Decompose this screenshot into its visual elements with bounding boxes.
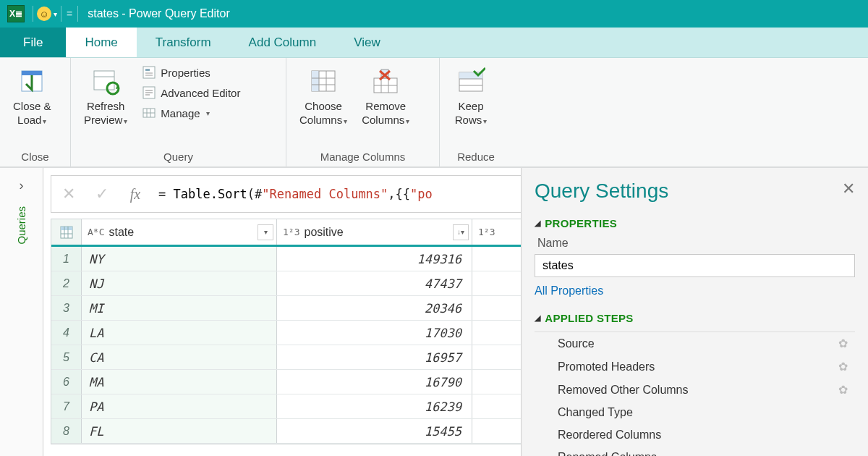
remove-columns-button[interactable]: Remove Columns▾ — [354, 62, 417, 130]
cell-state[interactable]: PA — [82, 394, 277, 418]
query-name-input[interactable] — [535, 254, 855, 277]
column-header-state[interactable]: AᴮC state ▾ — [82, 219, 277, 245]
tab-home[interactable]: Home — [66, 28, 136, 57]
collapse-icon: ◢ — [535, 219, 540, 228]
keep-rows-label: Keep Rows▾ — [455, 100, 488, 127]
tab-view[interactable]: View — [335, 28, 399, 57]
cancel-formula-icon[interactable]: ✕ — [59, 185, 79, 203]
group-close-label: Close — [0, 149, 70, 166]
column-filter-state-icon[interactable]: ▾ — [258, 224, 273, 240]
close-panel-icon[interactable]: ✕ — [842, 180, 855, 198]
svg-rect-6 — [145, 69, 150, 71]
step-label: Renamed Columns — [558, 451, 657, 456]
group-reduce-rows-label: Reduce — [440, 149, 512, 166]
cell-positive[interactable]: 149316 — [277, 247, 472, 271]
applied-step[interactable]: Source✿ — [535, 332, 855, 355]
refresh-label: Refresh Preview▾ — [84, 100, 127, 127]
applied-step[interactable]: Renamed Columns — [535, 447, 855, 456]
applied-steps-list: Source✿Promoted Headers✿Removed Other Co… — [535, 332, 855, 456]
name-label: Name — [537, 237, 855, 250]
properties-button[interactable]: Properties — [139, 64, 243, 81]
cell-positive[interactable]: 17030 — [277, 321, 472, 345]
properties-section-header[interactable]: ◢PROPERTIES — [535, 217, 855, 229]
queries-label[interactable]: Queries — [15, 206, 27, 245]
tab-add-column[interactable]: Add Column — [230, 28, 336, 57]
number-type-icon: 1²3 — [283, 227, 299, 237]
group-manage-columns-label: Manage Columns — [286, 149, 439, 166]
menu-tabs: File Home Transform Add Column View — [0, 28, 868, 58]
close-load-label: Close & Load▾ — [13, 100, 51, 127]
cell-positive[interactable]: 15455 — [277, 419, 472, 443]
manage-button[interactable]: Manage▾ — [139, 104, 243, 122]
qat-dropdown-icon[interactable]: ▾ — [54, 10, 57, 18]
ribbon: Close & Load▾ Close Refresh Preview▾ Pro… — [0, 58, 868, 168]
cell-positive[interactable]: 47437 — [277, 271, 472, 295]
separator — [33, 6, 33, 22]
column-sort-positive-icon[interactable]: ↓▾ — [453, 224, 469, 240]
excel-icon: X≣ — [7, 5, 25, 22]
cell-state[interactable]: CA — [82, 345, 277, 369]
separator — [77, 6, 78, 22]
refresh-icon — [90, 65, 122, 97]
choose-columns-icon — [307, 65, 339, 97]
remove-columns-icon — [370, 65, 401, 97]
cell-positive[interactable]: 16790 — [277, 370, 472, 394]
step-label: Reordered Columns — [558, 428, 661, 442]
tab-transform[interactable]: Transform — [137, 28, 230, 57]
tab-file[interactable]: File — [0, 28, 66, 57]
applied-step[interactable]: Changed Type — [535, 402, 855, 424]
equals-glyph: = — [67, 8, 72, 20]
svg-rect-33 — [61, 227, 72, 230]
row-number: 7 — [51, 394, 82, 418]
manage-label: Manage — [161, 107, 200, 119]
keep-rows-icon — [455, 65, 487, 97]
applied-step[interactable]: Promoted Headers✿ — [535, 355, 855, 379]
row-number: 8 — [51, 419, 82, 443]
keep-rows-button[interactable]: Keep Rows▾ — [446, 62, 496, 130]
gear-icon[interactable]: ✿ — [838, 360, 848, 373]
group-query-label: Query — [71, 149, 286, 166]
accept-formula-icon[interactable]: ✓ — [92, 185, 112, 203]
properties-label: Properties — [161, 67, 210, 79]
cell-state[interactable]: MI — [82, 296, 277, 320]
remove-columns-label: Remove Columns▾ — [362, 100, 409, 127]
row-number: 4 — [51, 321, 82, 345]
row-number: 1 — [51, 247, 82, 271]
close-load-button[interactable]: Close & Load▾ — [6, 62, 59, 130]
advanced-editor-button[interactable]: Advanced Editor — [139, 84, 243, 101]
cell-positive[interactable]: 20346 — [277, 296, 472, 320]
cell-state[interactable]: NY — [82, 247, 277, 271]
query-settings-title: Query Settings — [535, 180, 855, 203]
applied-step[interactable]: Removed Other Columns✿ — [535, 379, 855, 402]
manage-icon — [142, 106, 156, 120]
svg-rect-7 — [145, 72, 153, 74]
text-type-icon: AᴮC — [88, 227, 104, 237]
choose-columns-label: Choose Columns▾ — [299, 100, 347, 127]
cell-positive[interactable]: 16957 — [277, 345, 472, 369]
advanced-editor-icon — [142, 85, 156, 100]
title-bar: X≣ ☺ ▾ = states - Power Query Editor — [0, 0, 868, 28]
cell-state[interactable]: NJ — [82, 271, 277, 295]
fx-icon[interactable]: fx — [125, 186, 145, 203]
column-header-positive[interactable]: 1²3 positive ↓▾ — [277, 219, 472, 245]
all-properties-link[interactable]: All Properties — [535, 284, 603, 297]
step-label: Source — [558, 337, 595, 350]
window-title: states - Power Query Editor — [88, 7, 230, 20]
choose-columns-button[interactable]: Choose Columns▾ — [292, 62, 354, 130]
cell-positive[interactable]: 16239 — [277, 394, 472, 418]
gear-icon[interactable]: ✿ — [838, 383, 848, 397]
applied-step[interactable]: Reordered Columns — [535, 424, 855, 447]
cell-state[interactable]: LA — [82, 321, 277, 345]
column-header-state-label: state — [109, 226, 134, 239]
svg-rect-8 — [145, 75, 153, 76]
expand-queries-icon[interactable]: › — [20, 178, 24, 193]
query-settings-panel: Query Settings ✕ ◢PROPERTIES Name All Pr… — [521, 168, 868, 456]
advanced-editor-label: Advanced Editor — [161, 87, 240, 99]
cell-state[interactable]: MA — [82, 370, 277, 394]
refresh-preview-button[interactable]: Refresh Preview▾ — [77, 62, 135, 130]
row-header-corner[interactable] — [51, 219, 82, 245]
applied-steps-header[interactable]: ◢APPLIED STEPS — [535, 312, 855, 324]
cell-state[interactable]: FL — [82, 419, 277, 443]
smiley-icon[interactable]: ☺ — [37, 7, 51, 21]
gear-icon[interactable]: ✿ — [838, 337, 848, 350]
